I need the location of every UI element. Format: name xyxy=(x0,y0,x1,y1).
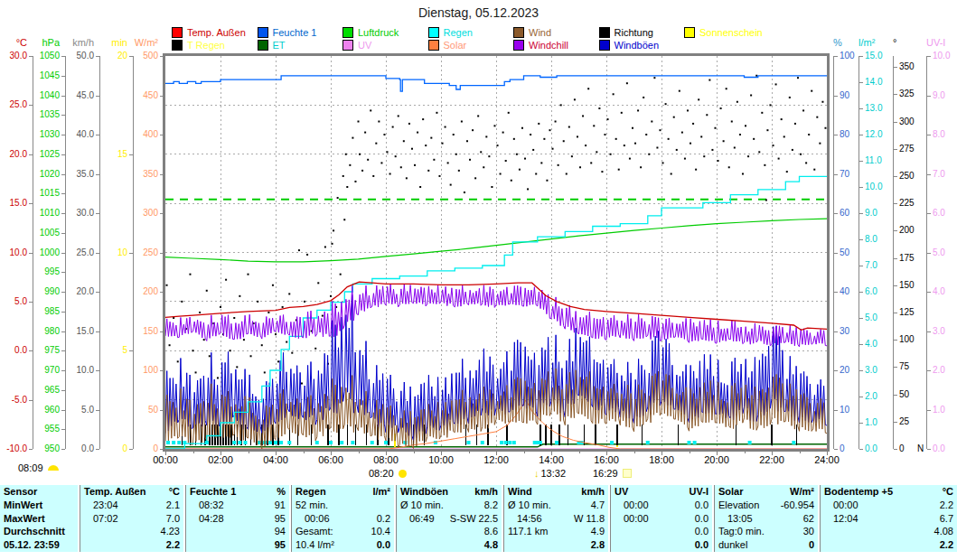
axis-° xyxy=(893,56,894,449)
solar-noon-marker: ↓ 13:32 xyxy=(534,468,566,479)
cell-value: 95 xyxy=(275,512,286,526)
series-richtung-dot xyxy=(653,77,655,79)
axis-tick-label: 0.0 xyxy=(58,444,94,453)
table-column-header: Windkm/h xyxy=(508,485,605,499)
cell-time: 00:06 xyxy=(296,512,330,526)
axis-tick-label: 25.0 xyxy=(0,100,27,109)
axis-tick-label: 275 xyxy=(899,145,915,154)
axis-tick-label: 15.0 xyxy=(58,327,94,336)
table-data-row: 23:042.1 xyxy=(84,499,180,512)
table-data-row: Ø 10 min.4.7 xyxy=(508,499,605,512)
cell-time: 10.4 l/m² xyxy=(296,538,334,552)
rain-marker xyxy=(508,441,511,444)
axis-tick-label: 1020 xyxy=(23,170,60,179)
series-richtung-dot xyxy=(248,274,249,275)
series-richtung-dot xyxy=(206,290,208,292)
series-richtung-dot xyxy=(230,350,231,351)
sunset-marker: 16:29 xyxy=(593,468,632,479)
series-richtung-dot xyxy=(301,383,303,385)
axis-tick-label: 0.0 xyxy=(933,444,945,453)
axis-tick-label: 200 xyxy=(122,287,158,296)
legend-swatch-icon xyxy=(258,27,268,38)
cell-value: 0.0 xyxy=(377,538,390,552)
table-column-bodentemp-5: Bodentemp +5°C00:002.212:046.74.082.2 xyxy=(820,485,957,552)
cell-time: Tag:0 min. xyxy=(718,525,765,538)
axis-tick xyxy=(859,135,863,135)
sensor-name: Solar xyxy=(718,485,744,499)
row-label-text: Durchschnitt xyxy=(4,525,65,538)
series-richtung-dot xyxy=(367,159,369,161)
table-data-row: 52 min. xyxy=(296,499,390,512)
axis-tick-label: 250 xyxy=(122,248,158,257)
sun-icon xyxy=(48,465,59,471)
legend-label: Windböen xyxy=(615,40,660,51)
axis-tick-label: 11.0 xyxy=(865,156,882,165)
x-axis-tick xyxy=(606,452,607,455)
cell-time: 52 min. xyxy=(296,499,328,512)
statistics-table: SensorMinWertMaxWertDurchschnitt05.12. 2… xyxy=(0,485,957,552)
cell-value: 0.0 xyxy=(695,538,708,552)
series-richtung-dot xyxy=(802,109,804,111)
axis-tick-label: 50 xyxy=(122,406,158,415)
axis-tick-label: 5.0 xyxy=(0,297,27,306)
x-axis-tick xyxy=(661,452,662,455)
series-richtung-dot xyxy=(264,371,266,373)
axis-tick xyxy=(859,397,863,397)
axis-tick-label: 15.0 xyxy=(0,199,27,208)
legend-item: Windböen xyxy=(599,39,685,51)
cell-value: 2.1 xyxy=(166,499,180,512)
axis-unit-label: UV-I xyxy=(926,37,945,48)
axis-tick xyxy=(859,344,863,345)
row-label-text: MinWert xyxy=(4,499,42,512)
sunrise-left-marker: 08:09 xyxy=(18,462,59,473)
axis-tick xyxy=(834,331,838,332)
axis-tick-label: 45.0 xyxy=(58,91,94,100)
sensor-name: Windböen xyxy=(400,485,448,499)
axis-tick xyxy=(96,370,99,371)
cell-value: 4.8 xyxy=(484,538,498,552)
rain-marker xyxy=(268,441,272,444)
series-richtung-dot xyxy=(706,114,708,116)
series-richtung-dot xyxy=(466,140,468,142)
series-richtung-dot xyxy=(427,170,429,172)
x-axis-label: 10:00 xyxy=(428,454,454,465)
series-richtung-dot xyxy=(450,184,452,186)
axis-tick xyxy=(859,449,863,450)
table-column-header: SolarW/m² xyxy=(718,485,814,499)
axis-tick xyxy=(859,213,863,214)
cell-time: 23:04 xyxy=(84,499,118,512)
series-richtung-dot xyxy=(819,143,821,145)
chart-canvas xyxy=(165,56,827,449)
axis-tick-label: 13.0 xyxy=(865,104,882,113)
series-richtung-dot xyxy=(361,170,363,172)
table-column-header: Temp. Außen°C xyxy=(84,485,180,499)
series-richtung-dot xyxy=(387,151,389,153)
series-richtung-dot xyxy=(566,173,568,175)
legend-item: Windchill xyxy=(513,39,599,51)
axis-tick xyxy=(927,253,931,254)
series-richtung-dot xyxy=(640,166,642,168)
sunrise-time: 08:20 xyxy=(369,468,394,479)
series-richtung-dot xyxy=(700,135,702,137)
series-richtung-dot xyxy=(781,118,783,120)
axis-tick xyxy=(61,390,65,391)
axis-tick-label: 980 xyxy=(23,327,60,336)
cell-value: 7.0 xyxy=(166,512,180,526)
axis-tick-label: 150 xyxy=(899,281,915,290)
x-axis-label: 08:00 xyxy=(373,454,399,465)
x-axis-label: 20:00 xyxy=(704,454,729,465)
legend-swatch-icon xyxy=(513,27,524,38)
axis-tick xyxy=(927,96,931,97)
axis-tick xyxy=(859,161,863,162)
series-richtung-dot xyxy=(558,164,559,166)
series-richtung-dot xyxy=(322,315,324,317)
table-data-row: 10.4 l/m²0.0 xyxy=(296,538,390,552)
series-richtung-dot xyxy=(169,344,171,346)
rain-marker xyxy=(243,441,247,444)
legend-item: ET xyxy=(258,39,343,51)
x-axis-tick xyxy=(220,452,221,455)
legend-label: Temp. Außen xyxy=(187,27,246,38)
axis-tick xyxy=(927,331,931,332)
cell-time: 13:05 xyxy=(718,512,753,526)
series-richtung-dot xyxy=(596,151,597,153)
